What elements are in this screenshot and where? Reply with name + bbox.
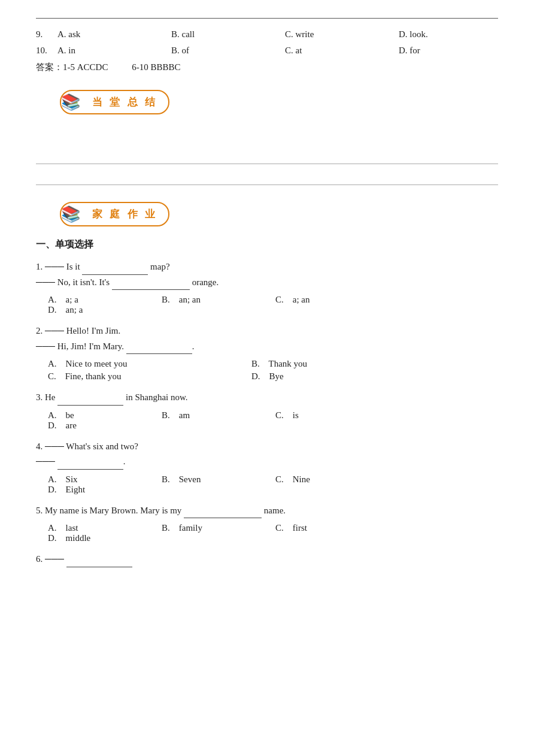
answer-label2: 6-10 BBBBC [132,62,180,72]
dangtan-label: 当 堂 总 结 [92,95,157,109]
question-10: 10. A. in B. of C. at D. for [36,46,498,56]
hw1-choices: A. a; a B. an; an C. a; an D. an; a [48,295,498,315]
hw3-after: in Shanghai now. [123,392,187,402]
hw1-choice-d: D. an; a [48,305,162,315]
blank-area-2 [36,169,498,180]
hw5-after: name. [262,506,286,515]
hw6-blank [66,558,132,567]
q10-c: C. at [285,46,399,56]
hw1-choice-a: A. a; a [48,295,162,305]
hw4-dot: . [123,456,126,466]
section1-title: 一、单项选择 [36,238,498,251]
hw-q6: 6. ─── [36,552,498,567]
hw1-line2-after: orange. [190,277,219,287]
book-icon-2: 📚 [61,205,83,223]
hw3-blank [57,396,123,406]
hw6-line1: 6. ─── [36,554,66,564]
hw1-blank1 [82,265,148,275]
hw3-choice-b: B. am [162,410,275,421]
q10-a: A. in [57,46,171,56]
dangtan-badge: 📚 当 堂 总 结 [60,90,169,114]
hw4-blank [57,460,123,470]
hw-q1: 1. ─── Is it map? ─── No, it isn't. It's… [36,259,498,290]
hw4-line1: 4. ─── What's six and two? [36,441,138,451]
hw3-choice-d: D. are [48,421,162,431]
hw2-dot: . [192,341,195,351]
hw2-blank [126,344,192,354]
jiating-badge-container: 📚 家 庭 作 业 [36,196,498,231]
hw5-choice-a: A. last [48,523,162,533]
hw5-line1: 5. My name is Mary Brown. Mary is my [36,506,184,515]
hw2-choice-c: C. Fine, thank you [48,371,251,382]
hw5-choice-c: C. first [275,523,389,533]
hw3-choice-c: C. is [275,410,389,421]
hw4-line2-before: ─── [36,456,57,466]
q10-b: B. of [171,46,285,56]
hw1-choice-c: C. a; an [275,295,389,305]
q9-b: B. call [171,29,285,40]
hw1-blank2 [112,280,190,290]
hw1-choice-b: B. an; an [162,295,275,305]
hw2-choice-b: B. Thank you [251,359,455,369]
hw5-blank [184,509,262,518]
hw5-choice-d: D. middle [48,533,162,543]
hw4-choice-a: A. Six [48,474,162,485]
hw1-text-before: 1. ─── Is it [36,262,82,271]
hw5-choices: A. last B. family C. first D. middle [48,523,498,543]
hw-q5: 5. My name is Mary Brown. Mary is my nam… [36,503,498,519]
hw2-choices-row2: C. Fine, thank you D. Bye [48,371,498,382]
q9-d: D. look. [399,29,512,40]
hw3-choice-a: A. be [48,410,162,421]
jiating-label: 家 庭 作 业 [92,207,157,221]
book-icon-1: 📚 [61,93,83,111]
q9-a: A. ask [57,29,171,40]
hw2-choice-d: D. Bye [251,371,455,382]
hw4-choice-c: C. Nine [275,474,389,485]
hw-q3: 3. He in Shanghai now. [36,390,498,406]
hw5-choice-b: B. family [162,523,275,533]
divider-line-2 [36,185,498,185]
q10-d: D. for [399,46,512,56]
hw2-choices: A. Nice to meet you B. Thank you C. Fine… [48,359,498,382]
hw1-line2-before: ─── No, it isn't. It's [36,277,112,287]
hw2-choices-row1: A. Nice to meet you B. Thank you [48,359,498,369]
hw4-choice-d: D. Eight [48,485,162,495]
hw-q4: 4. ─── What's six and two? ─── . [36,439,498,470]
answer-label: 答案：1-5 ACCDC [36,62,108,72]
jiating-badge: 📚 家 庭 作 业 [60,202,169,226]
dangtan-badge-container: 📚 当 堂 总 结 [36,84,498,119]
hw2-line2: ─── Hi, Jim! I'm Mary. [36,341,126,351]
divider-line-1 [36,164,498,164]
page: 9. A. ask B. call C. write D. look. 10. … [0,0,534,756]
q9-c: C. write [285,29,399,40]
answer-row: 答案：1-5 ACCDC 6-10 BBBBC [36,62,498,73]
question-9: 9. A. ask B. call C. write D. look. [36,29,498,40]
hw2-line1: 2. ─── Hello! I'm Jim. [36,326,120,335]
hw-q2: 2. ─── Hello! I'm Jim. ─── Hi, Jim! I'm … [36,323,498,354]
hw2-choice-a: A. Nice to meet you [48,359,251,369]
hw3-line1: 3. He [36,392,57,402]
blank-area-1 [36,130,498,153]
hw4-choices: A. Six B. Seven C. Nine D. Eight [48,474,498,495]
hw1-text-after: map? [148,262,169,271]
q9-num: 9. [36,29,57,40]
hw4-choice-b: B. Seven [162,474,275,485]
top-divider [36,18,498,19]
hw3-choices: A. be B. am C. is D. are [48,410,498,431]
q10-num: 10. [36,46,57,56]
